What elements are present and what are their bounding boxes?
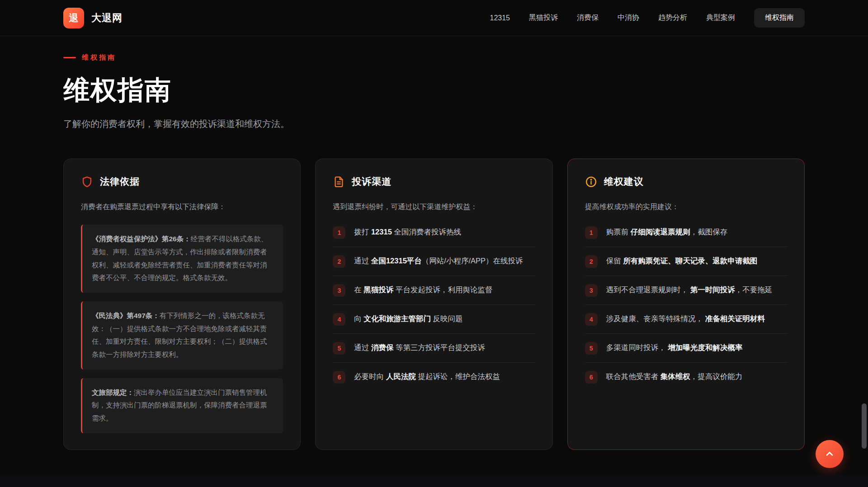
tip-item: 2保留 所有购票凭证、聊天记录、退款申请截图 <box>585 247 787 276</box>
info-icon <box>585 176 597 188</box>
number-badge: 3 <box>333 284 345 297</box>
number-badge: 2 <box>333 255 345 268</box>
number-badge: 1 <box>333 226 345 239</box>
legal-block: 《消费者权益保护法》第26条：经营者不得以格式条款、通知、声明、店堂告示等方式，… <box>81 225 283 293</box>
tips-list: 1购票前 仔细阅读退票规则，截图保存2保留 所有购票凭证、聊天记录、退款申请截图… <box>585 218 787 391</box>
main-nav: 12315黑猫投诉消费保中消协趋势分析典型案例维权指南 <box>490 8 805 28</box>
tip-item-text: 多渠道同时投诉， 增加曝光度和解决概率 <box>606 342 743 354</box>
tip-item-text: 遇到不合理退票规则时， 第一时间投诉，不要拖延 <box>606 284 773 296</box>
card-tips-header: 维权建议 <box>585 175 787 188</box>
tip-item: 4涉及健康、丧亲等特殊情况， 准备相关证明材料 <box>585 305 787 334</box>
card-legal-basis: 法律依据 消费者在购票退票过程中享有以下法律保障： 《消费者权益保护法》第26条… <box>63 159 301 450</box>
brand-logo: 退 <box>63 8 84 28</box>
footer-strip <box>0 475 868 487</box>
channel-item: 2通过 全国12315平台（网站/小程序/APP）在线投诉 <box>333 247 535 276</box>
brand-logo-glyph: 退 <box>69 12 79 24</box>
card-channels-intro: 遇到退票纠纷时，可通过以下渠道维护权益： <box>333 201 535 213</box>
legal-blocks: 《消费者权益保护法》第26条：经营者不得以格式条款、通知、声明、店堂告示等方式，… <box>81 225 283 433</box>
card-legal-intro: 消费者在购票退票过程中享有以下法律保障： <box>81 201 283 213</box>
card-tips-title: 维权建议 <box>604 175 644 188</box>
hero-section: 维权指南 维权指南 了解你的消费者权利，掌握有效的投诉渠道和维权方法。 <box>63 36 805 131</box>
card-legal-header: 法律依据 <box>81 175 283 188</box>
channels-list: 1拨打 12315 全国消费者投诉热线2通过 全国12315平台（网站/小程序/… <box>333 218 535 391</box>
channel-item-text: 通过 消费保 等第三方投诉平台提交投诉 <box>354 342 485 354</box>
number-badge: 6 <box>333 371 345 384</box>
number-badge: 2 <box>585 255 598 268</box>
nav-item-消费保[interactable]: 消费保 <box>577 13 599 23</box>
nav-item-黑猫投诉[interactable]: 黑猫投诉 <box>529 13 558 23</box>
number-badge: 5 <box>333 342 345 355</box>
card-complaint-channels: 投诉渠道 遇到退票纠纷时，可通过以下渠道维护权益： 1拨打 12315 全国消费… <box>315 159 552 450</box>
page-title: 维权指南 <box>63 73 805 108</box>
number-badge: 6 <box>585 371 598 384</box>
nav-item-典型案例[interactable]: 典型案例 <box>706 13 735 23</box>
card-channels-title: 投诉渠道 <box>352 175 392 188</box>
number-badge: 1 <box>585 226 598 239</box>
number-badge: 4 <box>585 313 598 326</box>
legal-block: 文旅部规定：演出举办单位应当建立演出门票销售管理机制，支持演出门票的阶梯退票机制… <box>81 378 283 433</box>
page-subtitle: 了解你的消费者权利，掌握有效的投诉渠道和维权方法。 <box>63 117 805 131</box>
main-content: 维权指南 维权指南 了解你的消费者权利，掌握有效的投诉渠道和维权方法。 法律依据… <box>63 36 805 450</box>
eyebrow-dash <box>63 57 76 58</box>
tip-item: 3遇到不合理退票规则时， 第一时间投诉，不要拖延 <box>585 276 787 305</box>
channel-item: 4向 文化和旅游主管部门 反映问题 <box>333 305 535 334</box>
channel-item-text: 在 黑猫投诉 平台发起投诉，利用舆论监督 <box>354 284 492 296</box>
tip-item: 1购票前 仔细阅读退票规则，截图保存 <box>585 218 787 247</box>
scrollbar-thumb[interactable] <box>862 403 867 449</box>
channel-item: 6必要时向 人民法院 提起诉讼，维护合法权益 <box>333 363 535 391</box>
card-rights-tips: 维权建议 提高维权成功率的实用建议： 1购票前 仔细阅读退票规则，截图保存2保留… <box>567 159 805 450</box>
section-eyebrow: 维权指南 <box>63 53 805 62</box>
tip-item-text: 购票前 仔细阅读退票规则，截图保存 <box>606 226 728 238</box>
brand-name: 大退网 <box>91 11 123 25</box>
card-channels-header: 投诉渠道 <box>333 175 535 188</box>
channel-item-text: 通过 全国12315平台（网站/小程序/APP）在线投诉 <box>354 255 523 267</box>
nav-item-12315[interactable]: 12315 <box>490 14 510 22</box>
card-legal-title: 法律依据 <box>100 175 140 188</box>
tip-item: 5多渠道同时投诉， 增加曝光度和解决概率 <box>585 334 787 363</box>
nav-item-中消协[interactable]: 中消协 <box>618 13 639 23</box>
tip-item-text: 联合其他受害者 集体维权，提高议价能力 <box>606 370 743 383</box>
number-badge: 5 <box>585 342 598 355</box>
channel-item: 5通过 消费保 等第三方投诉平台提交投诉 <box>333 334 535 363</box>
tip-item-text: 保留 所有购票凭证、聊天记录、退款申请截图 <box>606 255 758 267</box>
brand[interactable]: 退 大退网 <box>63 8 123 28</box>
cards-grid: 法律依据 消费者在购票退票过程中享有以下法律保障： 《消费者权益保护法》第26条… <box>63 159 805 450</box>
nav-item-趋势分析[interactable]: 趋势分析 <box>658 13 687 23</box>
number-badge: 3 <box>585 284 598 297</box>
channel-item-text: 必要时向 人民法院 提起诉讼，维护合法权益 <box>354 370 500 383</box>
tip-item: 6联合其他受害者 集体维权，提高议价能力 <box>585 363 787 391</box>
top-navigation-bar: 退 大退网 12315黑猫投诉消费保中消协趋势分析典型案例维权指南 <box>0 0 868 36</box>
legal-block: 《民法典》第497条：有下列情形之一的，该格式条款无效：（一）提供格式条款一方不… <box>81 301 283 370</box>
card-tips-intro: 提高维权成功率的实用建议： <box>585 201 787 213</box>
chevron-up-icon <box>824 449 835 459</box>
nav-item-active[interactable]: 维权指南 <box>754 8 805 28</box>
tip-item-text: 涉及健康、丧亲等特殊情况， 准备相关证明材料 <box>606 313 765 325</box>
number-badge: 4 <box>333 313 345 326</box>
back-to-top-button[interactable] <box>816 440 844 468</box>
channel-item: 1拨打 12315 全国消费者投诉热线 <box>333 218 535 247</box>
eyebrow-label: 维权指南 <box>82 53 116 62</box>
channel-item: 3在 黑猫投诉 平台发起投诉，利用舆论监督 <box>333 276 535 305</box>
shield-icon <box>81 176 93 188</box>
channel-item-text: 拨打 12315 全国消费者投诉热线 <box>354 226 461 238</box>
channel-item-text: 向 文化和旅游主管部门 反映问题 <box>354 313 462 325</box>
document-icon <box>333 176 345 188</box>
